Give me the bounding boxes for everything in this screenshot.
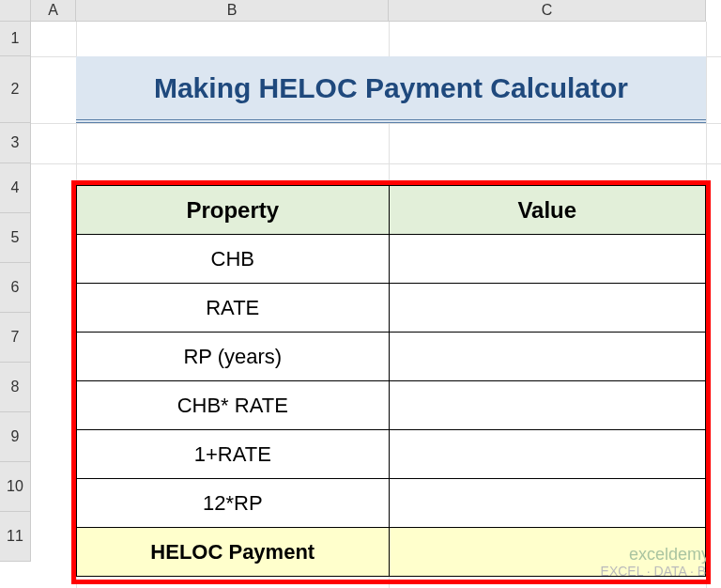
- column-header-a[interactable]: A: [31, 0, 76, 22]
- table-row: 1+RATE: [77, 430, 706, 479]
- header-property[interactable]: Property: [77, 186, 390, 235]
- row-header-7[interactable]: 7: [0, 313, 31, 363]
- row-header-4[interactable]: 4: [0, 163, 31, 213]
- cell-value-rate[interactable]: [389, 284, 705, 333]
- cell-property-heloc[interactable]: HELOC Payment: [77, 528, 390, 577]
- table-row: CHB: [77, 235, 706, 284]
- page-title: Making HELOC Payment Calculator: [76, 56, 706, 123]
- cell-value-rp[interactable]: [389, 333, 705, 381]
- cell-value-12rp[interactable]: [389, 479, 705, 528]
- row-header-5[interactable]: 5: [0, 213, 31, 263]
- table-row: CHB* RATE: [77, 381, 706, 430]
- cell-value-chbrate[interactable]: [389, 381, 705, 430]
- table-row: RP (years): [77, 333, 706, 381]
- row-header-6[interactable]: 6: [0, 263, 31, 313]
- watermark: exceldemy EXCEL · DATA · BI: [601, 546, 710, 579]
- column-headers: A B C: [31, 0, 706, 22]
- row-header-1[interactable]: 1: [0, 22, 31, 56]
- spreadsheet: A B C 1 2 3 4 5 6 7 8 9 10 11 Making HEL…: [0, 0, 721, 588]
- select-all-corner[interactable]: [0, 0, 31, 22]
- row-header-8[interactable]: 8: [0, 363, 31, 412]
- table-header-row: Property Value: [77, 186, 706, 235]
- cell-value-1rate[interactable]: [389, 430, 705, 479]
- watermark-tagline: EXCEL · DATA · BI: [601, 565, 710, 579]
- watermark-brand: exceldemy: [601, 546, 710, 565]
- row-header-2[interactable]: 2: [0, 56, 31, 123]
- heloc-table: Property Value CHB RATE RP (years) CHB* …: [76, 185, 706, 577]
- table-row: 12*RP: [77, 479, 706, 528]
- cell-property-rp[interactable]: RP (years): [77, 333, 390, 381]
- header-value[interactable]: Value: [389, 186, 705, 235]
- cell-property-rate[interactable]: RATE: [77, 284, 390, 333]
- row-header-10[interactable]: 10: [0, 462, 31, 512]
- row-header-9[interactable]: 9: [0, 412, 31, 462]
- cell-property-12rp[interactable]: 12*RP: [77, 479, 390, 528]
- table-row: RATE: [77, 284, 706, 333]
- row-header-11[interactable]: 11: [0, 512, 31, 562]
- column-header-b[interactable]: B: [76, 0, 389, 22]
- row-header-3[interactable]: 3: [0, 123, 31, 163]
- cell-property-chb[interactable]: CHB: [77, 235, 390, 284]
- cell-value-chb[interactable]: [389, 235, 705, 284]
- cell-property-1rate[interactable]: 1+RATE: [77, 430, 390, 479]
- cell-property-chbrate[interactable]: CHB* RATE: [77, 381, 390, 430]
- row-headers: 1 2 3 4 5 6 7 8 9 10 11: [0, 22, 31, 562]
- column-header-c[interactable]: C: [389, 0, 706, 22]
